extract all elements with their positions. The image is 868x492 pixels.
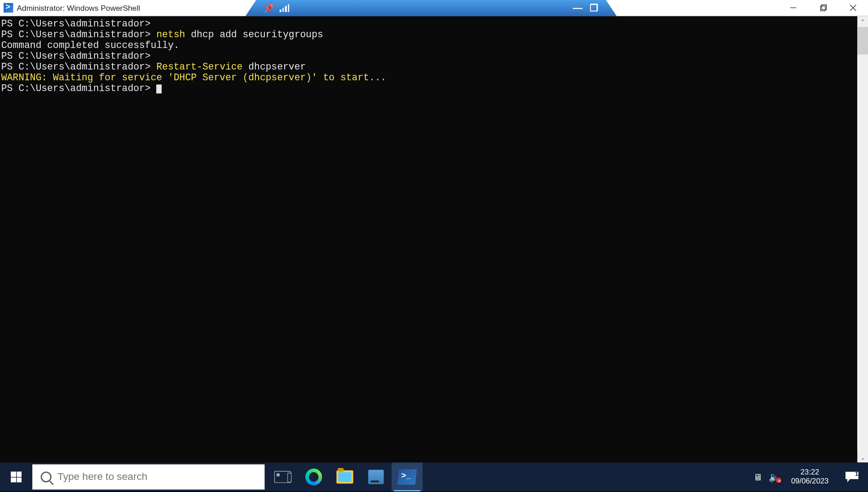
remote-restore-button[interactable]: ❐	[586, 2, 602, 13]
search-icon	[41, 471, 52, 482]
file-explorer-icon	[337, 470, 353, 483]
remote-minimize-button[interactable]: —	[570, 3, 586, 13]
taskbar-server-manager[interactable]	[360, 462, 391, 491]
taskbar-file-explorer[interactable]	[329, 462, 360, 491]
svg-rect-1	[820, 6, 825, 11]
task-view-icon	[274, 471, 291, 483]
minimize-button[interactable]	[778, 0, 808, 16]
system-tray: 🖥 🔈 23:22 09/06/2023 1	[753, 468, 868, 486]
signal-icon	[280, 4, 289, 12]
time-text: 23:22	[791, 468, 829, 477]
volume-muted-icon[interactable]: 🔈	[769, 471, 781, 483]
remote-close-button[interactable]: ✕	[602, 2, 617, 13]
windows-logo-icon	[11, 471, 22, 482]
taskbar-powershell[interactable]	[392, 462, 423, 491]
task-view-button[interactable]	[267, 462, 298, 491]
maximize-button[interactable]	[808, 0, 838, 16]
powershell-icon	[4, 3, 13, 13]
scroll-up-button[interactable]: ⌃	[857, 16, 868, 27]
clock[interactable]: 23:22 09/06/2023	[786, 468, 833, 486]
search-box[interactable]	[32, 464, 264, 489]
scrollbar[interactable]: ⌃ ⌄	[857, 16, 868, 462]
scroll-down-button[interactable]: ⌄	[857, 452, 868, 462]
scroll-thumb[interactable]	[857, 27, 868, 54]
terminal-output[interactable]: PS C:\Users\administrador> PS C:\Users\a…	[0, 16, 857, 462]
server-manager-icon	[368, 470, 384, 484]
network-icon[interactable]: 🖥	[753, 472, 762, 482]
remote-session-bar[interactable]: 📌 — ❐ ✕	[246, 0, 617, 16]
window-title: Administrator: Windows PowerShell	[17, 3, 140, 12]
window-controls	[778, 0, 868, 16]
taskbar-edge[interactable]	[298, 462, 329, 491]
close-button[interactable]	[838, 0, 868, 16]
notification-badge: 1	[852, 469, 861, 478]
pin-icon[interactable]: 📌	[263, 3, 274, 13]
edge-icon	[305, 469, 322, 485]
scroll-track[interactable]	[857, 27, 868, 452]
svg-rect-2	[822, 5, 827, 10]
date-text: 09/06/2023	[791, 477, 829, 486]
search-input[interactable]	[57, 471, 256, 483]
taskbar: 🖥 🔈 23:22 09/06/2023 1	[0, 462, 868, 491]
start-button[interactable]	[0, 462, 32, 491]
notification-center-button[interactable]: 1	[839, 471, 864, 482]
powershell-taskbar-icon	[397, 469, 417, 485]
titlebar[interactable]: Administrator: Windows PowerShell 📌 — ❐ …	[0, 0, 868, 16]
